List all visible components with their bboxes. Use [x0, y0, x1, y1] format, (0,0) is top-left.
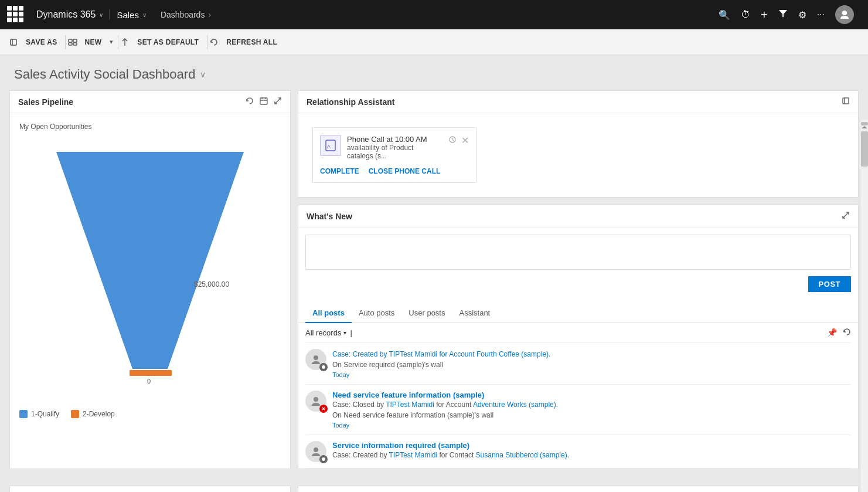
- relationship-card-container: A Phone Call at 10:00 AM availability of…: [298, 113, 858, 197]
- legend-develop: 2-Develop: [71, 410, 115, 418]
- feed-item-title[interactable]: Need service feature information (sample…: [332, 391, 851, 399]
- toolbar: SAVE AS NEW ▾ SET AS DEFAULT REFRESH ALL: [0, 29, 868, 55]
- phone-call-icon: A: [320, 135, 341, 156]
- post-btn-row: POST: [305, 276, 851, 292]
- refresh-panel-icon[interactable]: [246, 97, 254, 107]
- scroll-up-arrow[interactable]: [861, 122, 868, 125]
- feed-avatar-badge: [319, 363, 328, 371]
- set-default-button[interactable]: SET AS DEFAULT: [131, 35, 205, 50]
- search-icon[interactable]: 🔍: [719, 9, 730, 21]
- feed-item-body: Case: Created by TIPTest Mamidi for Acco…: [332, 349, 851, 378]
- app-launcher-icon[interactable]: [7, 6, 25, 23]
- sales-pipeline-panel: Sales Pipeline My Open Opportunities: [9, 90, 291, 469]
- feed-contact-link[interactable]: Susanna Stubberod (sample).: [476, 451, 569, 459]
- svg-rect-16: [130, 370, 172, 376]
- funnel-legend: 1-Qualify 2-Develop: [19, 410, 281, 418]
- whats-new-content: POST: [298, 228, 858, 299]
- add-icon[interactable]: +: [761, 8, 768, 22]
- svg-point-1: [842, 11, 847, 15]
- bottom-panel-right: [298, 486, 859, 492]
- breadcrumb-arrow-icon: ›: [208, 10, 211, 19]
- calendar-panel-icon[interactable]: [260, 97, 268, 107]
- feed-author-link-3[interactable]: TIPTest Mamidi: [389, 451, 438, 459]
- funnel-chart: $25,000.00 0: [19, 140, 281, 404]
- scrollbar[interactable]: [860, 120, 868, 492]
- page-title-chevron-icon[interactable]: ∨: [200, 70, 206, 79]
- svg-text:0: 0: [147, 378, 151, 385]
- feed-item: Case: Created by TIPTest Mamidi for Acco…: [305, 342, 851, 385]
- settings-icon[interactable]: ⚙: [798, 9, 806, 21]
- records-filter-row: All records ▾ | 📌: [298, 323, 858, 342]
- app-chevron-icon: ∨: [99, 12, 103, 18]
- tab-user-posts[interactable]: User posts: [401, 304, 452, 323]
- svg-rect-2: [11, 39, 16, 45]
- svg-line-25: [452, 140, 454, 141]
- expand-panel-icon[interactable]: [274, 97, 282, 107]
- module-chevron-icon: ∨: [142, 12, 147, 18]
- pipeline-subtitle: My Open Opportunities: [19, 123, 281, 131]
- sales-pipeline-icons: [246, 97, 282, 107]
- svg-rect-4: [69, 39, 72, 42]
- feed-avatar: [305, 349, 326, 370]
- complete-button[interactable]: COMPLETE: [320, 167, 359, 175]
- svg-rect-5: [73, 39, 77, 42]
- svg-marker-36: [862, 126, 867, 128]
- records-filter[interactable]: All records ▾ |: [305, 328, 352, 337]
- tab-all-posts[interactable]: All posts: [305, 304, 352, 323]
- top-nav: Dynamics 365 ∨ Sales ∨ Dashboards › 🔍 ⏱ …: [0, 0, 868, 29]
- rel-card-subtitle: availability of Product catalogs (s...: [347, 144, 438, 160]
- new-dropdown-icon[interactable]: ▾: [107, 35, 115, 49]
- rel-card-links: COMPLETE CLOSE PHONE CALL: [320, 167, 469, 175]
- whats-new-title: What's New: [307, 212, 352, 221]
- relationship-assistant-panel: Relationship Assistant A: [298, 90, 859, 198]
- close-phone-call-button[interactable]: CLOSE PHONE CALL: [369, 167, 441, 175]
- feed-account-link[interactable]: Adventure Works (sample).: [473, 401, 558, 409]
- feed-item-desc: Case: Created by TIPTest Mamidi for Acco…: [332, 349, 851, 359]
- filter-icon[interactable]: [778, 9, 788, 21]
- main-content: Sales Pipeline My Open Opportunities: [0, 90, 868, 486]
- nav-breadcrumb: Dashboards ›: [154, 10, 218, 19]
- rel-card-text: Phone Call at 10:00 AM availability of P…: [347, 135, 438, 160]
- post-button[interactable]: POST: [808, 276, 851, 292]
- svg-point-34: [314, 447, 318, 452]
- alarm-icon[interactable]: [448, 135, 457, 145]
- toolbar-separator-2: [118, 35, 118, 49]
- refresh-button[interactable]: REFRESH ALL: [220, 35, 283, 50]
- tab-auto-posts[interactable]: Auto posts: [352, 304, 401, 323]
- close-card-icon[interactable]: ✕: [461, 135, 469, 146]
- funnel-svg: $25,000.00 0: [39, 140, 261, 386]
- rel-card-title: Phone Call at 10:00 AM: [347, 135, 438, 144]
- feed-item-title-3[interactable]: Service information required (sample): [332, 441, 851, 450]
- bottom-panels: [0, 486, 868, 492]
- new-button[interactable]: NEW: [79, 35, 107, 50]
- more-options-icon[interactable]: ···: [817, 9, 825, 20]
- feed-item-desc-3: Case: Created by TIPTest Mamidi for Cont…: [332, 450, 851, 460]
- page-title: Sales Activity Social Dashboard: [14, 67, 195, 82]
- app-name[interactable]: Dynamics 365 ∨: [30, 9, 110, 20]
- sales-pipeline-title: Sales Pipeline: [18, 97, 73, 107]
- save-as-button[interactable]: SAVE AS: [20, 35, 63, 50]
- svg-marker-0: [779, 10, 787, 17]
- pipeline-content: My Open Opportunities $25,000.00 0: [10, 113, 290, 427]
- nav-module[interactable]: Sales ∨: [110, 10, 154, 20]
- svg-marker-15: [56, 152, 244, 369]
- expand-relationship-icon[interactable]: [842, 97, 850, 107]
- toolbar-separator-3: [207, 35, 207, 49]
- tab-assistant[interactable]: Assistant: [452, 304, 497, 323]
- toolbar-separator: [65, 35, 66, 49]
- feed-avatar-3: [305, 441, 326, 462]
- nav-action-icons: 🔍 ⏱ + ⚙ ···: [719, 5, 854, 24]
- sales-pipeline-header: Sales Pipeline: [10, 91, 290, 113]
- scrollbar-thumb[interactable]: [861, 131, 868, 167]
- feed-avatar-badge-3: [319, 455, 328, 463]
- svg-rect-7: [73, 43, 77, 45]
- pin-icon[interactable]: 📌: [827, 328, 837, 338]
- feed-author-link[interactable]: TIPTest Mamidi: [386, 401, 434, 409]
- expand-whats-new-icon[interactable]: [842, 211, 850, 221]
- history-icon[interactable]: ⏱: [741, 9, 750, 20]
- refresh-feed-icon[interactable]: [843, 328, 851, 338]
- post-input[interactable]: [305, 235, 851, 270]
- feed-item-date-2: Today: [332, 422, 851, 429]
- avatar[interactable]: [835, 5, 854, 24]
- legend-qualify-dot: [19, 410, 28, 418]
